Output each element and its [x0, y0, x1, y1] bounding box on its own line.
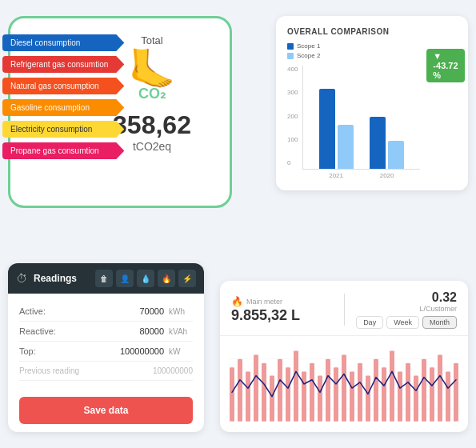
label-natural: Natural gas consumption — [2, 78, 124, 94]
svg-rect-28 — [430, 367, 434, 422]
svg-rect-8 — [270, 376, 274, 422]
bar-2021-scope1 — [319, 89, 335, 169]
svg-rect-3 — [230, 367, 234, 422]
reading-reactive-unit: kVAh — [169, 327, 193, 336]
user-icon-btn[interactable]: 👤 — [116, 270, 134, 287]
reading-reactive-label: Reactive: — [19, 326, 139, 336]
fire-icon-btn[interactable]: 🔥 — [158, 270, 175, 287]
reading-top: Top: 100000000 kW — [19, 342, 193, 362]
legend-scope1: Scope 1 — [287, 42, 420, 50]
legend-dot-scope2 — [287, 53, 294, 59]
comparison-badge-area: ▼ -43.72 % — [426, 42, 464, 82]
meter-main-value: 9.855,32 L — [231, 307, 333, 324]
label-electricity: Electricity consumption — [2, 121, 124, 138]
meter-divider — [344, 294, 345, 326]
label-diesel: Diesel consumption — [2, 34, 124, 51]
svg-rect-14 — [318, 376, 322, 422]
meter-card: 🔥 Main meter 9.855,32 L 0.32 L/Customer … — [220, 281, 468, 432]
date-buttons[interactable]: Day Week Month — [356, 316, 457, 329]
reading-previous: Previous reading 100000000 — [19, 362, 193, 381]
comparison-title: OVERALL COMPARISON — [287, 27, 457, 36]
save-data-button[interactable]: Save data — [19, 397, 193, 424]
svg-rect-23 — [390, 350, 394, 421]
readings-action-icons[interactable]: 🗑 👤 💧 🔥 ⚡ — [95, 270, 196, 287]
svg-rect-16 — [334, 367, 338, 422]
meter-header: 🔥 Main meter 9.855,32 L 0.32 L/Customer … — [220, 281, 468, 336]
readings-title: Readings — [34, 273, 89, 284]
legend-scope2: Scope 2 — [287, 52, 420, 59]
readings-card: ⏱ Readings 🗑 👤 💧 🔥 ⚡ Active: 70000 kWh R… — [8, 263, 204, 432]
svg-rect-25 — [406, 363, 410, 422]
svg-rect-7 — [262, 363, 266, 422]
svg-rect-9 — [278, 359, 282, 422]
meter-right: 0.32 L/Customer Day Week Month — [356, 290, 457, 329]
svg-rect-13 — [310, 363, 314, 422]
svg-rect-19 — [358, 363, 362, 422]
svg-rect-27 — [422, 359, 426, 422]
label-gasoline: Gasoline consumption — [2, 99, 124, 116]
bar-2020-scope1 — [370, 117, 386, 169]
month-button[interactable]: Month — [422, 316, 457, 329]
meter-main-label: 🔥 Main meter — [231, 296, 333, 307]
svg-rect-22 — [382, 367, 386, 422]
svg-rect-26 — [414, 376, 418, 422]
reading-prev-value: 100000000 — [153, 366, 193, 375]
svg-rect-29 — [438, 355, 442, 422]
reading-prev-label: Previous reading — [19, 366, 153, 375]
comparison-card: OVERALL COMPARISON Scope 1 Scope 2 400 — [276, 16, 468, 190]
chart-legend: Scope 1 Scope 2 — [287, 42, 420, 59]
svg-rect-30 — [446, 371, 450, 421]
bar-group-2021 — [319, 89, 354, 169]
electric-icon-btn[interactable]: ⚡ — [178, 270, 196, 287]
trash-icon-btn[interactable]: 🗑 — [95, 270, 113, 287]
meter-rate-value: 0.32 — [356, 290, 457, 305]
water-icon-btn[interactable]: 💧 — [137, 270, 154, 287]
svg-rect-20 — [366, 376, 370, 422]
svg-rect-12 — [302, 371, 306, 421]
readings-body: Active: 70000 kWh Reactive: 80000 kVAh T… — [8, 294, 204, 389]
reading-reactive-value: 80000 — [139, 326, 164, 336]
week-button[interactable]: Week — [386, 316, 419, 329]
bar-2020-scope2 — [388, 141, 404, 169]
svg-rect-10 — [286, 367, 290, 422]
svg-rect-17 — [342, 355, 346, 422]
svg-rect-4 — [238, 359, 242, 422]
svg-rect-15 — [326, 359, 330, 422]
reading-active-label: Active: — [19, 306, 139, 316]
meter-rate-label: L/Customer — [356, 305, 457, 313]
readings-header: ⏱ Readings 🗑 👤 💧 🔥 ⚡ — [8, 263, 204, 294]
reading-top-unit: kW — [169, 347, 193, 356]
meter-chart-svg — [228, 342, 460, 426]
legend-dot-scope1 — [287, 43, 294, 50]
reading-reactive: Reactive: 80000 kVAh — [19, 322, 193, 342]
svg-rect-24 — [398, 371, 402, 421]
meter-left: 🔥 Main meter 9.855,32 L — [231, 296, 333, 324]
reading-top-label: Top: — [19, 346, 120, 356]
bar-chart — [302, 66, 420, 170]
label-propane: Propane gas consumtion — [2, 142, 124, 159]
svg-rect-21 — [374, 359, 378, 422]
readings-clock-icon: ⏱ — [16, 272, 27, 285]
co2-card: Diesel consumption Refrigerant gas consu… — [8, 16, 232, 208]
reading-active-value: 70000 — [139, 306, 164, 316]
y-axis: 400 300 200 100 0 — [287, 66, 298, 179]
fire-icon: 🔥 — [231, 296, 243, 307]
meter-chart-area — [220, 336, 468, 432]
co2-labels: Diesel consumption Refrigerant gas consu… — [2, 34, 124, 159]
svg-rect-11 — [294, 350, 298, 421]
svg-rect-6 — [254, 355, 258, 422]
day-button[interactable]: Day — [356, 316, 383, 329]
svg-rect-31 — [454, 363, 458, 422]
comparison-badge: ▼ -43.72 % — [426, 49, 464, 82]
label-refrigerant: Refrigerant gas consumtion — [2, 56, 124, 73]
bar-group-2020 — [370, 117, 404, 169]
x-axis-labels: 2021 2020 — [302, 172, 420, 179]
reading-active-unit: kWh — [169, 307, 193, 316]
reading-active: Active: 70000 kWh — [19, 302, 193, 322]
reading-top-value: 100000000 — [120, 346, 164, 356]
bar-2021-scope2 — [338, 125, 354, 169]
svg-rect-5 — [246, 371, 250, 421]
svg-rect-18 — [350, 371, 354, 421]
